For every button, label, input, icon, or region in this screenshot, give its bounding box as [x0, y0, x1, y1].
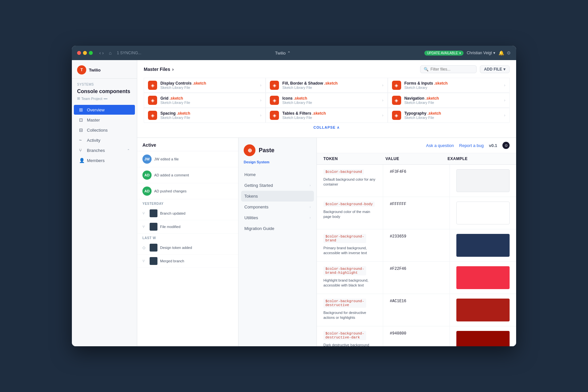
back-arrow[interactable]: ‹: [99, 50, 101, 56]
file-arrow-icon: ›: [382, 113, 384, 118]
user-name: Christian Veigt: [467, 51, 492, 55]
add-file-button[interactable]: ADD FILE ▾: [480, 65, 510, 73]
file-item-grid[interactable]: ◈ Grid .sketch Sketch Library File ›: [144, 93, 266, 108]
sidebar-item-branches[interactable]: ⑂ Branches ⌃: [74, 145, 135, 155]
file-arrow-icon: ›: [504, 83, 505, 88]
token-desc-text: Dark destructive background variant: [323, 343, 376, 346]
file-type: Sketch Library File: [404, 116, 501, 120]
file-type: Sketch Library File: [160, 86, 257, 90]
header-actions: 🔍 ADD FILE ▾: [420, 65, 510, 73]
token-desc-text: Background for destructive actions or hi…: [323, 310, 376, 320]
file-info: Grid .sketch Sketch Library File: [160, 96, 257, 105]
token-cell-name: $color-background-destructive Background…: [317, 294, 383, 326]
file-name: Icons .sketch: [282, 96, 379, 101]
sidebar: T Twilio Systems Console components ⊞ Te…: [72, 60, 137, 346]
chevron-right-icon-3: ›: [310, 216, 311, 220]
sidebar-item-collections[interactable]: ⊟ Collections: [74, 125, 135, 135]
recent-item-3: ◇ Design token added: [137, 241, 238, 254]
sidebar-item-master[interactable]: ⊡ Master: [74, 115, 135, 125]
paste-nav-utilities[interactable]: Utilities ›: [241, 212, 314, 223]
token-value: #AC1E16: [390, 299, 406, 303]
bell-icon[interactable]: 🔔: [498, 50, 504, 56]
file-info: Tables & Filters .sketch Sketch Library …: [282, 111, 379, 120]
paste-nav-tokens[interactable]: Tokens: [241, 191, 314, 202]
token-cell-name: $color-background-destructive-dark Dark …: [317, 326, 383, 346]
team-icon: ⊞: [77, 96, 80, 101]
file-arrow-icon: ›: [382, 83, 384, 88]
main-window: ‹ › ⌂ 1 SYNCING... Twilio ⌃ UPDATE AVAIL…: [72, 46, 516, 346]
getting-started-label: Getting Started: [244, 183, 310, 188]
nav-label-branches: Branches: [87, 148, 124, 153]
file-item-spacing[interactable]: ◈ Spacing .sketch Sketch Library File ›: [144, 108, 266, 123]
file-arrow-icon: ›: [260, 83, 261, 88]
titlebar-icons: 🔔 ⚙: [498, 50, 511, 56]
file-item-tables-filters[interactable]: ◈ Tables & Filters .sketch Sketch Librar…: [266, 108, 387, 123]
token-cell-value: #F22F46: [383, 262, 449, 294]
token-value: #233659: [390, 234, 406, 239]
file-type: Sketch Library File: [282, 86, 379, 90]
sidebar-item-activity[interactable]: ~ Activity: [74, 135, 135, 145]
ask-question-link[interactable]: Ask a question: [426, 143, 454, 148]
update-badge-text: UPDATE AVAILABLE: [427, 51, 458, 55]
paste-subtitle: Design System: [238, 160, 317, 169]
paste-nav-components[interactable]: Components ›: [241, 202, 314, 212]
paste-nav-getting-started[interactable]: Getting Started ›: [241, 180, 314, 191]
recent-text: Branch updated: [160, 211, 186, 215]
file-item-fill-border[interactable]: ◈ Fill, Border & Shadow .sketch Sketch L…: [266, 78, 387, 93]
paste-nav-migration[interactable]: Migration Guide: [241, 223, 314, 234]
file-name: Grid .sketch: [160, 96, 257, 101]
avatar-ad1: AD: [142, 171, 152, 180]
file-item-typography[interactable]: ◈ Typography .sketch Sketch Library File…: [388, 108, 510, 123]
home-icon[interactable]: ⌂: [109, 50, 111, 56]
user-info[interactable]: Christian Veigt ▾: [467, 51, 495, 55]
search-input-container[interactable]: 🔍: [420, 65, 477, 73]
master-icon: ⊡: [79, 117, 84, 122]
yesterday-label: YESTERDAY: [137, 199, 238, 207]
paste-nav-home[interactable]: Home: [241, 169, 314, 180]
last-week-label: LAST W: [137, 234, 238, 241]
recent-thumb-2: [150, 223, 157, 231]
file-name: Display Controls .sketch: [160, 81, 257, 86]
members-icon: 👤: [79, 158, 84, 163]
github-icon[interactable]: ⊙: [502, 142, 510, 149]
paste-brand: ⊕ Paste: [238, 138, 317, 160]
nav-label-collections: Collections: [87, 128, 130, 133]
settings-icon[interactable]: ⚙: [507, 50, 511, 56]
token-cell-example: [450, 197, 516, 229]
branches-icon: ⑂: [79, 148, 84, 153]
file-name: Tables & Filters .sketch: [282, 111, 379, 116]
file-item-display-controls[interactable]: ◈ Display Controls .sketch Sketch Librar…: [144, 78, 266, 93]
sidebar-item-overview[interactable]: ⊞ Overview: [74, 105, 135, 115]
collapse-button[interactable]: COLLAPSE ∧: [144, 123, 510, 132]
close-button[interactable]: [77, 51, 81, 55]
more-icon[interactable]: •••: [104, 97, 107, 101]
forward-arrow[interactable]: ›: [102, 50, 104, 56]
file-icon: ◈: [148, 81, 157, 90]
project-meta: ⊞ Team Project •••: [77, 96, 132, 101]
token-row-background-brand: $color-background-brand Primary brand ba…: [317, 229, 516, 262]
chevron-down-icon: ▾: [459, 51, 461, 55]
file-arrow-icon: ›: [382, 98, 384, 103]
token-panel-header: Ask a question Report a bug v0.1 ⊙: [317, 138, 516, 153]
file-item-icons[interactable]: ◈ Icons .sketch Sketch Library File ›: [266, 93, 387, 108]
dropdown-icon[interactable]: ⌃: [287, 51, 291, 56]
search-input[interactable]: [431, 67, 473, 72]
file-icon: ◈: [148, 96, 157, 105]
minimize-button[interactable]: [83, 51, 87, 55]
branch-icon-2: ⑂: [142, 224, 147, 229]
app-title-text: Twilio: [275, 51, 286, 56]
file-info: Icons .sketch Sketch Library File: [282, 96, 379, 105]
report-bug-link[interactable]: Report a bug: [459, 143, 484, 148]
file-info: Spacing .sketch Sketch Library File: [160, 111, 257, 120]
token-cell-value: #940800: [383, 326, 449, 346]
sidebar-item-members[interactable]: 👤 Members: [74, 155, 135, 165]
file-type: Sketch Library File: [282, 116, 379, 120]
activity-user-ad1: AD AD added a comment: [137, 167, 238, 183]
file-item-forms-inputs[interactable]: ◈ Forms & Inputs .sketch Sketch Library …: [388, 78, 510, 93]
file-item-navigation[interactable]: ◈ Navigation .sketch Sketch Library File…: [388, 93, 510, 108]
activity-icon: ~: [79, 138, 84, 143]
recent-thumb: [150, 209, 157, 217]
token-example-swatch: [456, 202, 510, 224]
maximize-button[interactable]: [89, 51, 93, 55]
update-badge[interactable]: UPDATE AVAILABLE ▾: [424, 51, 463, 56]
